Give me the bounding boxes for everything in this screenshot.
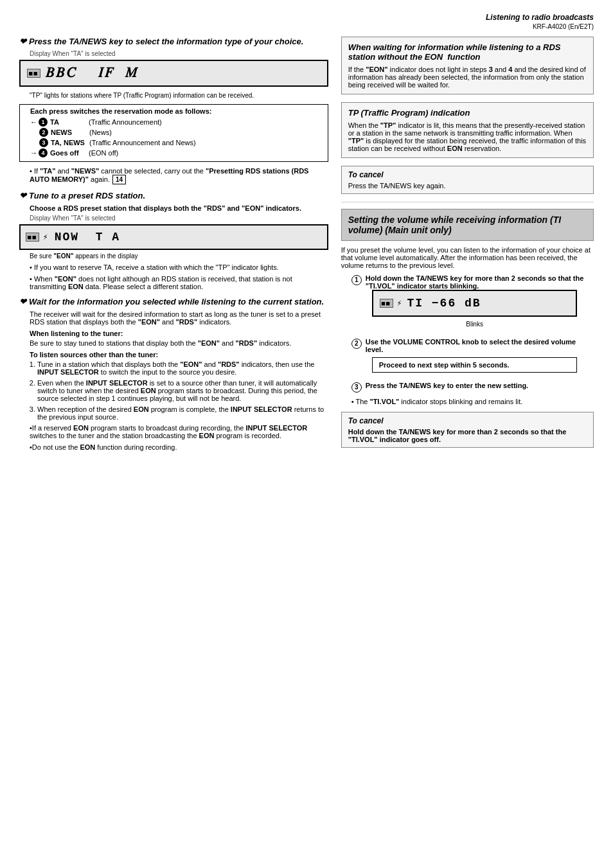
step2-title: Press the TA/NEWS key to select the info…	[29, 37, 303, 46]
sv-step3: 3 Press the TA/NEWS key to enter the new…	[341, 382, 594, 393]
right-column: When waiting for information while liste…	[341, 37, 594, 456]
step2-display-label: Display When "TA" is selected	[19, 50, 328, 57]
step2-lcd: ■■ 𝐵𝐵𝐶 𝐼𝐹 𝑀	[19, 60, 328, 87]
sv-intro-text: If you preset the volume level, you can …	[341, 246, 591, 269]
setting-volume-title: Setting the volume while receiving infor…	[341, 209, 594, 241]
sv-spark: ⚡	[397, 298, 404, 308]
to-cancel-2-box: To cancel Hold down the TA/NEWS key for …	[341, 412, 594, 448]
eon-spark: ⚡	[43, 232, 49, 242]
step4-bullet1: •If a reserved EON program starts to bro…	[19, 424, 328, 439]
switch-ta-label: TA	[50, 118, 89, 126]
switch-off-desc: (EON off)	[89, 149, 118, 157]
step3-bullet2: • When "EON" does not light although an …	[19, 275, 328, 290]
when-waiting-box: When waiting for information while liste…	[341, 37, 594, 94]
switch-intro: Each press switches the reservation mode…	[30, 107, 323, 115]
step3-tp-box: ■■	[26, 233, 39, 242]
num-item-2: Even when the INPUT SELECTOR is set to a…	[37, 379, 328, 402]
step4-desc: The receiver will wait for the desired i…	[19, 310, 328, 326]
proceed-box: Proceed to next step within 5 seconds.	[372, 357, 578, 373]
sv-step3-text: Press the TA/NEWS key to enter the new s…	[366, 382, 528, 389]
sv-step3-content: Press the TA/NEWS key to enter the new s…	[366, 382, 528, 389]
tp-box: ■■	[27, 69, 40, 78]
sv-step1-lcd: ■■ ⚡ TI −66 dB	[372, 290, 578, 317]
left-column: ❤ Press the TA/NEWS key to select the in…	[19, 37, 328, 456]
step2-heading: ❤ Press the TA/NEWS key to select the in…	[19, 37, 328, 46]
step3-bullet1: • If you want to reserve TA, receive a s…	[19, 263, 328, 271]
switch-row-1: ← 1 TA (Traffic Announcement)	[30, 118, 323, 127]
circle-4: 4	[39, 148, 48, 157]
arrow-right: →	[30, 149, 37, 157]
arrow-left: ←	[30, 118, 37, 126]
eon-sub-label: Be sure "EON" appears in the display	[19, 252, 328, 260]
divider	[341, 202, 594, 202]
step4-num: ❤	[19, 297, 26, 306]
step3-heading: ❤ Tune to a preset RDS station.	[19, 191, 328, 200]
page: Listening to radio broadcasts KRF-A4020 …	[0, 0, 613, 868]
sv-bullet: • The "TI.VOL" indicator stops blinking …	[341, 398, 594, 405]
when-tuner-title: When listening to the tuner:	[19, 330, 328, 337]
switch-table: Each press switches the reservation mode…	[19, 104, 328, 162]
sv-step1: 1 Hold down the TA/NEWS key for more tha…	[341, 274, 594, 333]
num-item-3: When reception of the desired EON progra…	[37, 405, 328, 421]
to-cancel-1-body: Press the TA/NEWS key again.	[348, 182, 587, 190]
when-waiting-body: If the "EON" indicator does not light in…	[348, 66, 587, 89]
when-tuner-text: Be sure to stay tuned to stations that d…	[19, 339, 328, 347]
choose-text: Choose a RDS preset station that display…	[30, 204, 301, 212]
tp-indication-body: When the "TP" indicator is lit, this mea…	[348, 121, 587, 152]
to-cancel-2-body: Hold down the TA/NEWS key for more than …	[348, 428, 587, 443]
switch-ta-desc: (Traffic Announcement)	[89, 118, 162, 126]
step4-section: ❤ Wait for the information you selected …	[19, 297, 328, 451]
no-arrow-3	[30, 139, 38, 146]
step2-section: ❤ Press the TA/NEWS key to select the in…	[19, 37, 328, 184]
switch-row-2: 2 NEWS (News)	[30, 128, 323, 137]
sv-step2-content: Use the VOLUME CONTROL knob to select th…	[366, 338, 594, 376]
to-cancel-2-title: To cancel	[348, 416, 587, 425]
sv-step2: 2 Use the VOLUME CONTROL knob to select …	[341, 338, 594, 376]
step2-num: ❤	[19, 37, 26, 46]
switch-tanews-label: TA, NEWS	[51, 139, 89, 146]
switch-news-label: NEWS	[51, 128, 89, 136]
step2-bullet1: • If "TA" and "NEWS" cannot be selected,…	[19, 167, 328, 184]
step3-lcd: ■■ ⚡ NOW T A	[19, 224, 328, 250]
switch-row-3: 3 TA, NEWS (Traffic Announcement and New…	[30, 138, 323, 147]
setting-volume-intro: If you preset the volume level, you can …	[341, 246, 594, 269]
model-number: KRF-A4020 (En/E2T)	[19, 23, 594, 30]
step3-lcd-content: NOW T A	[55, 231, 120, 244]
step3-num: ❤	[19, 191, 26, 200]
cancel2-text: Hold down the TA/NEWS key for more than …	[348, 428, 567, 443]
tp-indication-box: TP (Traffic Program) indication When the…	[341, 102, 594, 158]
setting-volume-section: Setting the volume while receiving infor…	[341, 209, 594, 405]
step3-display-label: Display When "TA" is selected	[19, 215, 328, 222]
cancel1-text: Press the TA/NEWS key again.	[348, 182, 446, 190]
switch-off-label: Goes off	[50, 149, 89, 157]
sv-step1-text: Hold down the TA/NEWS key for more than …	[366, 274, 594, 290]
circle-3: 3	[39, 138, 48, 147]
step3-b1-text: If you want to reserve TA, receive a sta…	[34, 263, 279, 271]
blinks-label: Blinks	[372, 321, 578, 328]
circle-1: 1	[39, 118, 48, 127]
num-item-1: Tune in a station which that displays bo…	[37, 360, 328, 376]
step4-title: Wait for the information you selected wh…	[29, 297, 324, 306]
step3-section: ❤ Tune to a preset RDS station. Choose a…	[19, 191, 328, 290]
sv-step2-num: 2	[351, 339, 362, 349]
step3-title: Tune to a preset RDS station.	[29, 191, 145, 200]
step2-lcd-content: 𝐵𝐵𝐶 𝐼𝐹 𝑀	[46, 65, 139, 82]
sv-lcd-content: TI −66 dB	[407, 297, 481, 310]
numbered-list: Tune in a station which that displays bo…	[19, 360, 328, 421]
to-cancel-1-box: To cancel Press the TA/NEWS key again.	[341, 166, 594, 194]
sv-step1-num: 1	[351, 275, 362, 285]
sv-step1-content: Hold down the TA/NEWS key for more than …	[366, 274, 594, 333]
when-waiting-title: When waiting for information while liste…	[348, 42, 587, 62]
sv-step2-text: Use the VOLUME CONTROL knob to select th…	[366, 338, 594, 353]
switch-tanews-desc: (Traffic Announcement and News)	[89, 139, 196, 146]
circle-2: 2	[39, 128, 48, 137]
sv-step3-num: 3	[351, 382, 362, 393]
step4-heading: ❤ Wait for the information you selected …	[19, 297, 328, 306]
section-title: Listening to radio broadcasts	[19, 13, 594, 22]
step2-tp-caption: "TP" lights for stations where TP (Traff…	[19, 92, 328, 99]
switch-news-desc: (News)	[89, 128, 112, 136]
switch-row-4: → 4 Goes off (EON off)	[30, 148, 323, 157]
to-cancel-1-title: To cancel	[348, 170, 587, 179]
sv-lcd-tp: ■■	[380, 299, 393, 308]
tp-caption-text: "TP" lights for stations where TP (Traff…	[30, 92, 254, 99]
